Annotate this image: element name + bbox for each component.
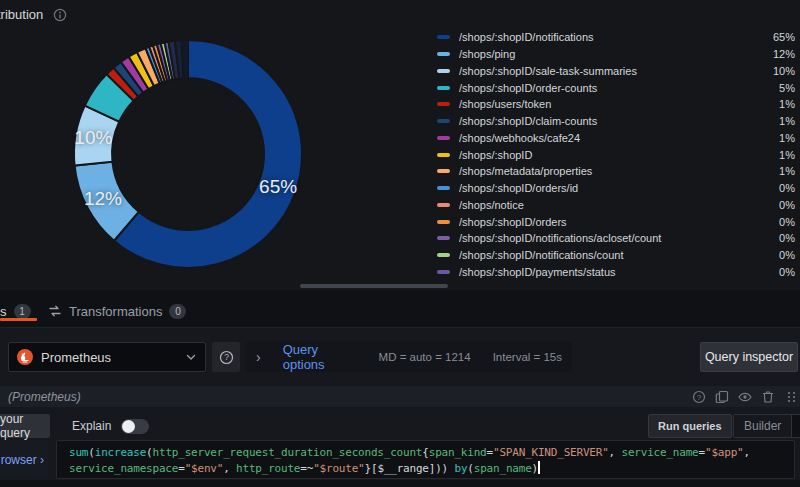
legend-label[interactable]: /shops/webhooks/cafe24: [459, 132, 771, 144]
code-option-selected[interactable]: Code: [791, 415, 800, 437]
duplicate-query-icon[interactable]: [715, 390, 729, 404]
query-inspector-label: Query inspector: [705, 350, 793, 364]
toggle-knob: [122, 420, 135, 433]
kick-start-your-query-button[interactable]: your query: [0, 414, 50, 438]
legend-row: /shops/:shopID/notifications65%: [437, 29, 795, 46]
builder-code-toggle: Builder Code: [733, 414, 800, 438]
code-token: by: [454, 462, 467, 475]
legend-swatch: [437, 203, 450, 207]
legend-swatch: [437, 69, 450, 73]
transformations-count-badge: 0: [169, 304, 186, 319]
legend-label[interactable]: /shops/:shopID/orders: [459, 216, 771, 228]
legend-swatch: [437, 119, 450, 123]
datasource-row: Prometheus ? › Query options MD = auto =…: [8, 342, 572, 372]
code-token: increase: [95, 446, 146, 459]
legend-swatch: [437, 35, 450, 39]
legend-swatch: [437, 236, 450, 240]
metrics-browser-button[interactable]: rowser ›: [0, 440, 48, 479]
legend-row: /shops/ping12%: [437, 46, 795, 63]
info-icon[interactable]: [53, 8, 67, 22]
query-row-title: (Prometheus): [8, 390, 81, 404]
legend-value: 5%: [779, 82, 795, 94]
kick-start-label: your query: [0, 412, 45, 440]
legend-value: 0%: [779, 232, 795, 244]
drag-handle-icon[interactable]: [784, 390, 798, 404]
legend-label[interactable]: /shops/:shopID/orders/id: [459, 182, 771, 194]
explain-toggle[interactable]: [121, 419, 149, 434]
code-token: ,: [744, 446, 750, 459]
horizontal-scrollbar[interactable]: [300, 284, 448, 288]
code-token: ,: [223, 462, 236, 475]
query-options-label: Query options: [283, 342, 357, 372]
legend-row: /shops/users/token1%: [437, 96, 795, 113]
legend-label[interactable]: /shops/:shopID/notifications/acloset/cou…: [459, 232, 771, 244]
legend-label[interactable]: /shops/:shopID/payments/status: [459, 266, 771, 278]
builder-label: Builder: [744, 419, 781, 433]
query-options-interval: Interval = 15s: [493, 351, 562, 363]
help-icon[interactable]: ?: [692, 390, 706, 404]
legend-value: 1%: [779, 149, 795, 161]
legend-label[interactable]: /shops/users/token: [459, 98, 771, 110]
prometheus-logo-icon: [17, 349, 33, 365]
legend-swatch: [437, 136, 450, 140]
legend-label[interactable]: /shops/:shopID/order-counts: [459, 82, 771, 94]
hide-query-eye-icon[interactable]: [738, 390, 752, 404]
pie-legend: /shops/:shopID/notifications65%/shops/pi…: [437, 29, 795, 280]
legend-swatch: [437, 253, 450, 257]
legend-label[interactable]: /shops/:shopID/notifications: [459, 31, 765, 43]
legend-label[interactable]: /shops/:shopID: [459, 149, 771, 161]
query-options-collapse[interactable]: › Query options MD = auto = 1214 Interva…: [246, 342, 572, 372]
chevron-down-icon: [185, 351, 197, 363]
code-token: "$env": [185, 462, 224, 475]
datasource-picker[interactable]: Prometheus: [8, 342, 206, 372]
legend-label[interactable]: /shops/:shopID/notifications/count: [459, 249, 771, 261]
legend-value: 0%: [779, 249, 795, 261]
legend-label[interactable]: /shops/ping: [459, 48, 765, 60]
code-token: =~: [300, 462, 313, 475]
builder-option[interactable]: Builder: [734, 415, 791, 437]
question-circle-icon: ?: [219, 350, 234, 365]
code-token: "SPAN_KIND_SERVER": [493, 446, 609, 459]
legend-swatch: [437, 52, 450, 56]
svg-text:?: ?: [697, 392, 702, 401]
pie-slice-overflow[interactable]: [181, 40, 188, 78]
code-token: "$app": [705, 446, 744, 459]
tab-transformations-label: Transformations: [69, 304, 162, 319]
code-token: ])): [429, 462, 455, 475]
transformations-icon: [48, 304, 62, 318]
pie-chart-panel: tribution 65%12%10% /shops/:shopID/notif…: [0, 0, 800, 290]
panel-title: tribution: [0, 7, 67, 22]
legend-label[interactable]: /shops/:shopID/claim-counts: [459, 115, 771, 127]
legend-label[interactable]: /shops/metadata/properties: [459, 165, 771, 177]
legend-value: 12%: [773, 48, 795, 60]
code-token: http_route: [236, 462, 300, 475]
legend-row: /shops/:shopID/orders/id0%: [437, 180, 795, 197]
code-line-2: service_namespace="$env", http_route=~"$…: [69, 461, 794, 477]
legend-value: 1%: [779, 115, 795, 127]
tab-transformations[interactable]: Transformations 0: [48, 298, 186, 324]
legend-row: /shops/notice0%: [437, 197, 795, 214]
code-token: span_name: [474, 462, 532, 475]
promql-code-editor[interactable]: sum(increase(http_server_request_duratio…: [56, 440, 795, 479]
query-row-header[interactable]: (Prometheus) ?: [0, 386, 800, 407]
metrics-browser-label: rowser ›: [1, 453, 44, 467]
legend-value: 1%: [779, 98, 795, 110]
legend-row: /shops/:shopID/orders0%: [437, 213, 795, 230]
legend-swatch: [437, 86, 450, 90]
query-inspector-button[interactable]: Query inspector: [700, 342, 798, 372]
legend-row: /shops/:shopID1%: [437, 146, 795, 163]
delete-query-trash-icon[interactable]: [761, 390, 775, 404]
run-queries-label: Run queries: [658, 420, 722, 432]
legend-value: 1%: [779, 132, 795, 144]
legend-value: 0%: [779, 199, 795, 211]
code-line-1: sum(increase(http_server_request_duratio…: [69, 445, 794, 461]
legend-row: /shops/webhooks/cafe241%: [437, 130, 795, 147]
legend-row: /shops/:shopID/payments/status0%: [437, 264, 795, 281]
legend-label[interactable]: /shops/:shopID/sale-task-summaries: [459, 65, 765, 77]
legend-row: /shops/:shopID/notifications/acloset/cou…: [437, 230, 795, 247]
datasource-help-button[interactable]: ?: [212, 342, 240, 372]
legend-label[interactable]: /shops/notice: [459, 199, 771, 211]
code-token: }[: [365, 462, 378, 475]
run-queries-button[interactable]: Run queries: [648, 414, 732, 438]
legend-value: 0%: [779, 266, 795, 278]
